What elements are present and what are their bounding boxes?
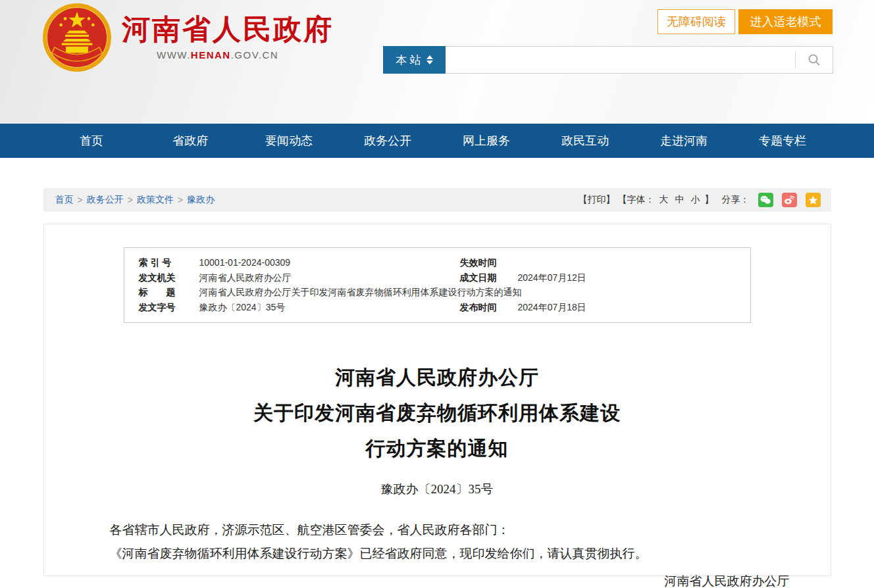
nav-item-online-services[interactable]: 网上服务 [437,124,536,158]
share-favorite-button[interactable] [806,193,821,207]
weibo-icon [784,195,794,205]
print-button[interactable]: 【打印】 [578,194,615,206]
nav-item-home[interactable]: 首页 [42,124,141,158]
font-size-label: 【字体： [618,194,655,206]
site-url-prefix: WWW. [157,49,191,61]
main-nav: 首页 省政府 要闻动态 政务公开 网上服务 政民互动 走进河南 专题专栏 [0,124,874,158]
document-paragraph-salutation: 各省辖市人民政府，济源示范区、航空港区管委会，省人民政府各部门： [85,518,790,542]
meta-value-index-no: 10001-01-2024-00309 [199,255,460,270]
meta-value-publish-date: 2024年07月18日 [518,300,750,315]
font-size-label-close: 】 [705,194,714,206]
breadcrumb-policy-docs[interactable]: 政策文件 [137,194,174,206]
accessibility-reading-button[interactable]: 无障碍阅读 [657,9,735,34]
meta-row-index: 索 引 号 10001-01-2024-00309 失效时间 [124,255,750,270]
site-header: 河南省人民政府 WWW.HENAN.GOV.CN 无障碍阅读 进入适老模式 本 … [0,0,874,124]
document-title: 河南省人民政府办公厅 关于印发河南省废弃物循环利用体系建设 行动方案的通知 [44,360,831,466]
nav-item-gov-affairs[interactable]: 政务公开 [338,124,437,158]
page-toolbar: 【打印】 【字体： 大 中 小 】 分享： [578,193,821,207]
document-content-box: 索 引 号 10001-01-2024-00309 失效时间 发文机关 河南省人… [43,224,831,576]
meta-label-publish-date: 发布时间 [460,300,518,315]
document-title-line-3: 行动方案的通知 [44,431,831,466]
meta-row-issuer: 发文机关 河南省人民政府办公厅 成文日期 2024年07月12日 [124,270,750,285]
meta-label-title: 标 题 [139,285,199,300]
document-paragraph-main: 《河南省废弃物循环利用体系建设行动方案》已经省政府同意，现印发给你们，请认真贯彻… [85,542,790,566]
search-scope-dropdown[interactable]: 本 站 [383,46,446,74]
font-size-large-button[interactable]: 大 [659,194,669,206]
search-box [446,46,833,74]
page: 河南省人民政府 WWW.HENAN.GOV.CN 无障碍阅读 进入适老模式 本 … [0,0,874,588]
meta-label-written-date: 成文日期 [460,270,518,285]
document-number: 豫政办〔2024〕35号 [44,481,831,498]
breadcrumb-gov-affairs[interactable]: 政务公开 [87,194,124,206]
site-url: WWW.HENAN.GOV.CN [157,49,278,61]
share-label: 分享： [722,194,750,206]
breadcrumb: 首页 > 政务公开 > 政策文件 > 豫政办 [55,194,215,206]
share-wechat-button[interactable] [758,193,773,207]
wechat-icon [760,195,771,205]
nav-item-news[interactable]: 要闻动态 [240,124,338,158]
nav-item-provincial-gov[interactable]: 省政府 [141,124,240,158]
search-scope-label: 本 站 [396,53,421,68]
meta-label-index-no: 索 引 号 [139,255,199,270]
dropdown-arrows-icon [426,55,433,64]
meta-label-issuing-agency: 发文机关 [139,270,199,285]
breadcrumb-yuzhengban[interactable]: 豫政办 [187,194,215,206]
elderly-mode-button[interactable]: 进入适老模式 [738,9,833,34]
share-weibo-button[interactable] [782,193,797,207]
nav-item-interaction[interactable]: 政民互动 [536,124,634,158]
meta-value-written-date: 2024年07月12日 [518,270,750,285]
search-button[interactable] [796,47,833,73]
meta-value-doc-number: 豫政办〔2024〕35号 [199,300,460,315]
site-url-suffix: .GOV.CN [231,49,278,61]
nav-item-about-henan[interactable]: 走进河南 [634,124,733,158]
site-url-highlight: HENAN [191,49,231,61]
site-title: 河南省人民政府 [122,11,334,49]
breadcrumb-bar: 首页 > 政务公开 > 政策文件 > 豫政办 【打印】 【字体： 大 中 小 】… [43,188,831,212]
breadcrumb-home[interactable]: 首页 [55,194,74,206]
document-title-line-1: 河南省人民政府办公厅 [44,360,831,395]
header-buttons: 无障碍阅读 进入适老模式 [657,9,833,34]
document-body: 各省辖市人民政府，济源示范区、航空港区管委会，省人民政府各部门： 《河南省废弃物… [85,518,790,566]
nav-item-special-topics[interactable]: 专题专栏 [733,124,832,158]
meta-value-issuing-agency: 河南省人民政府办公厅 [199,270,460,285]
main-nav-inner: 首页 省政府 要闻动态 政务公开 网上服务 政民互动 走进河南 专题专栏 [42,124,832,158]
document-signature-block: 河南省人民政府办公厅 2024年7月12日 [44,568,831,588]
meta-label-doc-number: 发文字号 [139,300,199,315]
search-bar: 本 站 [383,46,833,74]
search-icon [808,53,821,66]
signature-agency: 河南省人民政府办公厅 [44,568,831,588]
meta-row-title: 标 题 河南省人民政府办公厅关于印发河南省废弃物循环利用体系建设行动方案的通知 [124,285,750,300]
meta-value-expiry [518,255,750,270]
national-emblem-logo [42,3,112,72]
meta-label-expiry: 失效时间 [460,255,518,270]
meta-row-doc-number: 发文字号 豫政办〔2024〕35号 发布时间 2024年07月18日 [124,300,750,315]
breadcrumb-separator: > [128,195,133,205]
star-icon [808,195,818,205]
document-title-line-2: 关于印发河南省废弃物循环利用体系建设 [44,395,831,431]
document-meta-table: 索 引 号 10001-01-2024-00309 失效时间 发文机关 河南省人… [124,247,751,323]
breadcrumb-separator: > [78,195,83,205]
font-size-small-button[interactable]: 小 [691,194,700,206]
meta-value-title: 河南省人民政府办公厅关于印发河南省废弃物循环利用体系建设行动方案的通知 [199,285,750,300]
font-size-medium-button[interactable]: 中 [675,194,684,206]
breadcrumb-separator: > [178,195,183,205]
search-input[interactable] [446,47,795,72]
